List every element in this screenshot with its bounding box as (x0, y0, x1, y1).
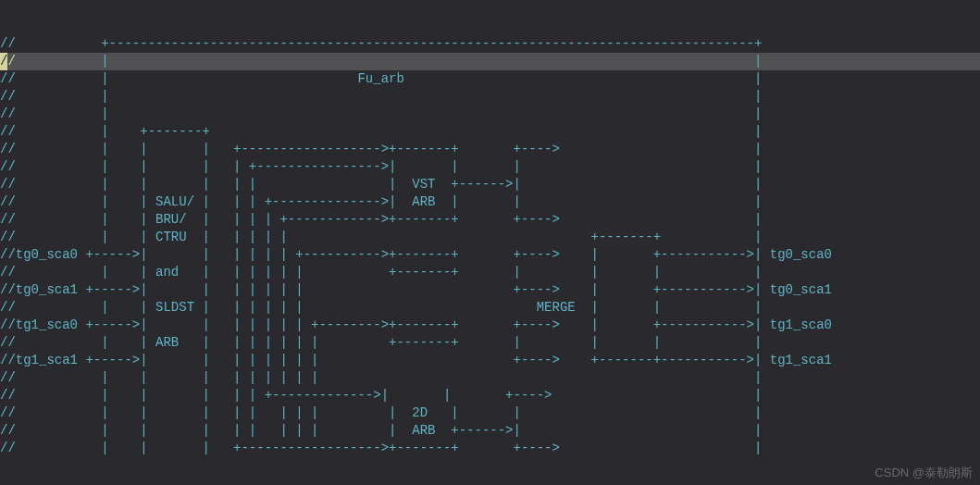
comment-content: // | | | | | | VST +------>| | (0, 176, 762, 193)
code-line: // | | and | | | | | | +-------+ | | | | (0, 264, 980, 281)
comment-content: //tg1_sca1 +----->| | | | | | | | +---->… (0, 352, 832, 369)
code-line: // | | | | | +------------->| | +----> | (0, 387, 980, 404)
code-line: // | | CTRU | | | | | +-------+ | (0, 229, 980, 246)
cursor-position: / (0, 53, 7, 70)
code-line: // | +-------+ | (0, 123, 980, 141)
comment-content: // | | (0, 88, 762, 106)
code-line: // | | | | +---------------->| | | | (0, 158, 980, 176)
comment-content: // | | | +------------------>+-------+ +… (0, 440, 762, 457)
watermark-text: CSDN @泰勒朗斯 (875, 464, 973, 481)
comment-content: // | | | | +---------------->| | | | (0, 158, 762, 176)
comment-content: // | | CTRU | | | | | +-------+ | (0, 229, 762, 246)
comment-content: //tg0_sca1 +----->| | | | | | | +----> |… (0, 281, 832, 299)
code-line: // | | | +------------------>+-------+ +… (0, 440, 980, 457)
code-line: // | | (0, 106, 980, 123)
comment-content: // | | (0, 106, 762, 123)
code-line: // | | SLDST | | | | | | MERGE | | | (0, 299, 980, 317)
comment-content: // | | | | | | | | | | (0, 369, 762, 387)
code-line: // | Fu_arb | (0, 70, 980, 88)
comment-content: //tg0_sca0 +----->| | | | | | +---------… (0, 246, 832, 264)
comment-content: // | | ARB | | | | | | | +-------+ | | |… (0, 334, 762, 352)
code-line: // | | | | | | VST +------>| | (0, 176, 980, 193)
code-line: //tg0_sca0 +----->| | | | | | +---------… (0, 246, 980, 264)
code-line: // | | (0, 53, 980, 70)
code-line: // +------------------------------------… (0, 35, 980, 53)
code-line: // | | (0, 88, 980, 106)
comment-content: // | | | | | | | | | 2D | | | (0, 404, 762, 422)
comment-content: // | +-------+ | (0, 123, 762, 141)
comment-content: // | Fu_arb | (0, 70, 762, 88)
comment-content: //tg1_sca0 +----->| | | | | | | +-------… (0, 317, 832, 334)
code-line: //tg1_sca0 +----->| | | | | | | +-------… (0, 317, 980, 334)
comment-content: // | | and | | | | | | +-------+ | | | | (0, 264, 762, 281)
comment-content: // | | SLDST | | | | | | MERGE | | | (0, 299, 762, 317)
code-line: // | | BRU/ | | | | +------------>+-----… (0, 211, 980, 229)
comment-content: // | | SALU/ | | | +-------------->| ARB… (0, 193, 762, 211)
comment-content: // | | | | | +------------->| | +----> | (0, 387, 762, 404)
comment-content: // | | | | | | | | | ARB +------>| | (0, 422, 762, 440)
code-line: // | | | +------------------>+-------+ +… (0, 141, 980, 158)
code-line: // | | | | | | | | | ARB +------>| | (0, 422, 980, 440)
comment-content: // +------------------------------------… (0, 35, 762, 53)
comment-content: // | | | +------------------>+-------+ +… (0, 141, 762, 158)
ascii-diagram-code: // +------------------------------------… (0, 0, 980, 475)
code-line: //tg0_sca1 +----->| | | | | | | +----> |… (0, 281, 980, 299)
comment-content: // | | BRU/ | | | | +------------>+-----… (0, 211, 762, 229)
code-line: // | | | | | | | | | | (0, 369, 980, 387)
code-line: // | | ARB | | | | | | | +-------+ | | |… (0, 334, 980, 352)
code-line: // | | | | | | | | | 2D | | | (0, 404, 980, 422)
code-line: //tg1_sca1 +----->| | | | | | | | +---->… (0, 352, 980, 369)
code-line: // | | SALU/ | | | +-------------->| ARB… (0, 193, 980, 211)
